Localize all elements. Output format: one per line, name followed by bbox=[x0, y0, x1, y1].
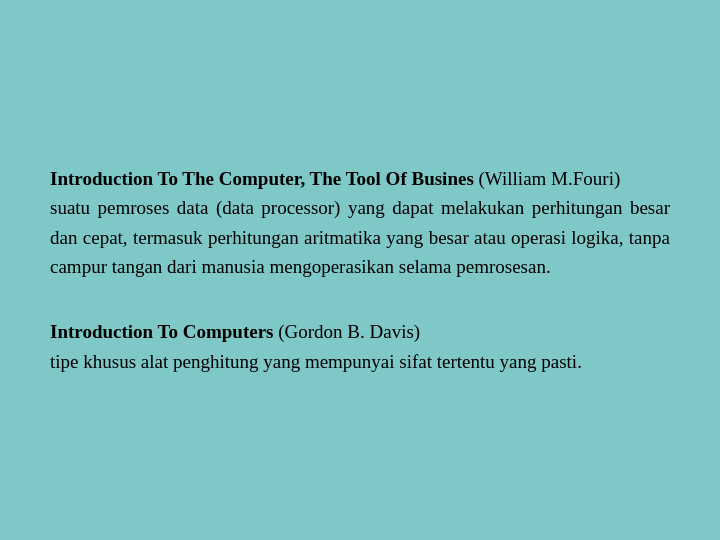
section-2: Introduction To Computers (Gordon B. Dav… bbox=[50, 317, 670, 376]
section1-title-normal: (William M.Fouri) bbox=[474, 168, 620, 189]
section2-title-bold: Introduction To Computers bbox=[50, 321, 273, 342]
section-1: Introduction To The Computer, The Tool O… bbox=[50, 164, 670, 282]
section2-body: tipe khusus alat penghitung yang mempuny… bbox=[50, 347, 670, 376]
section1-body: suatu pemroses data (data processor) yan… bbox=[50, 193, 670, 281]
section1-title: Introduction To The Computer, The Tool O… bbox=[50, 164, 670, 193]
section2-title-normal: (Gordon B. Davis) bbox=[273, 321, 420, 342]
section2-title: Introduction To Computers (Gordon B. Dav… bbox=[50, 317, 670, 346]
main-content: Introduction To The Computer, The Tool O… bbox=[40, 144, 680, 397]
section1-title-bold: Introduction To The Computer, The Tool O… bbox=[50, 168, 474, 189]
